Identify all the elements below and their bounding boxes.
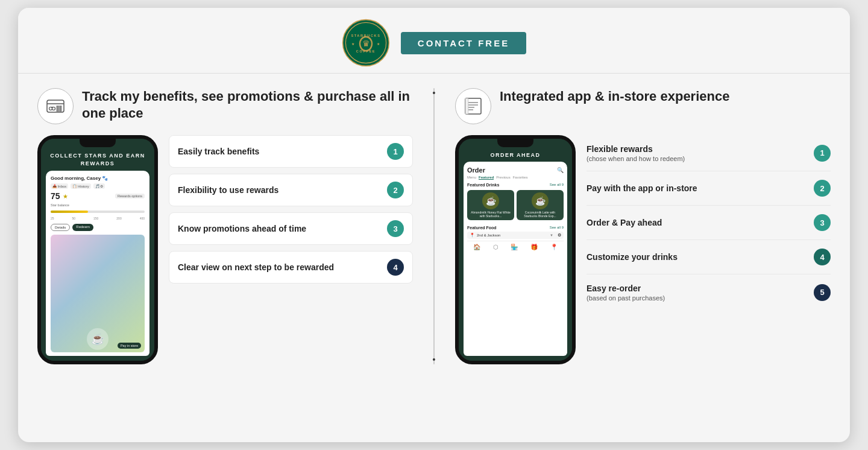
phone-search-icon: 🔍 [557,167,564,173]
right-feature-text-wrap-2: Pay with the app or in-store [587,183,697,194]
right-feature-item-3: Order & Pay ahead 3 [587,206,831,240]
right-feature-text-1: Flexible rewards [587,144,653,154]
feature-badge-1: 1 [387,143,404,160]
right-feature-text-2: Pay with the app or in-store [587,183,697,193]
contact-free-badge: CONTACT FREE [401,32,526,54]
left-section-header: Track my benefits, see promotions & purc… [37,88,413,124]
phone-btn-row: Details Redeem [51,224,145,231]
phone-btn-redeem: Redeem [72,224,93,231]
scissors-coupon-icon [45,95,66,117]
bottom-store-icon: 🏪 [511,244,518,250]
drink-name-2: Coconutmilk Latte with Starbucks Blonde … [519,211,561,218]
drink-img-2: ☕ [532,192,549,209]
right-section-header: Integrated app & in-store experience [455,88,831,124]
right-feature-text-4: Customize your drinks [587,252,678,262]
phone-btn-details: Details [51,224,70,231]
left-section-title: Track my benefits, see promotions & purc… [82,88,413,121]
feature-item-text-4: Clear view on next step to be rewarded [178,262,387,272]
feature-badge-3: 3 [387,220,404,237]
right-feature-sub-5: (based on past purchases) [587,294,665,302]
feature-badge-4: 4 [387,259,404,276]
header: STARBUCKS COFFEE ♛ ★ ★ CONTACT FREE [18,8,850,74]
left-icon-circle [37,88,74,124]
right-feature-item-1: Flexible rewards (chose when and how to … [587,135,831,171]
tab-favorites: Favorites [513,176,528,180]
right-badge-2: 2 [814,180,831,197]
svg-text:♛: ♛ [362,39,370,48]
phone-star-label: Star balance [51,203,145,207]
svg-rect-24 [465,98,468,114]
phone-location-row: 📍 2nd & Jackson ▼ ⚙ [467,232,564,239]
phone-location-text: 2nd & Jackson [477,233,500,237]
right-phone-screen: ORDER AHEAD Order 🔍 Menu Featured Previo… [459,139,572,361]
left-phone-feature-row: COLLECT STARS AND EARN REWARDS Good morn… [37,135,413,364]
right-feature-list: Flexible rewards (chose when and how to … [587,135,831,310]
phone-nav-history: 📋 History [71,183,90,189]
phone-nav-row: 📥 Inbox 📋 History 🎵 ⚙ [51,183,145,189]
phone-progress-labels: 2550150200400 [51,217,145,220]
right-feature-text-wrap-5: Easy re-order (based on past purchases) [587,283,665,302]
svg-text:★: ★ [351,42,354,46]
feature-item-1: Easily track benefits 1 [169,135,413,168]
phone-order-title-row: Order 🔍 [467,166,564,174]
phone-order-title: Order [467,166,485,174]
left-feature-list: Easily track benefits 1 Flexibility to u… [169,135,413,284]
phone-rewards-btn: Rewards options [115,194,145,198]
drinks-header-row: Featured Drinks See all 9 [467,182,564,187]
feature-item-text-2: Flexibility to use rewards [178,185,387,195]
drink-img-1: ☕ [482,192,499,209]
tab-featured: Featured [479,176,494,180]
right-badge-5: 5 [814,284,831,301]
feature-item-text-1: Easily track benefits [178,147,387,156]
drink-name-1: Almondmilk Honey Flat White with Starbuc… [470,211,512,218]
phone-star-num: 75 [51,191,60,201]
right-phone-area: ORDER AHEAD Order 🔍 Menu Featured Previo… [455,135,831,364]
phone-progress-bar [51,211,145,213]
phone-drink-icon: ☕ [87,328,108,350]
right-feature-sub-1: (chose when and how to redeem) [587,155,685,162]
right-phone-white-area: Order 🔍 Menu Featured Previous Favorites… [464,162,567,356]
right-badge-1: 1 [814,145,831,162]
svg-point-11 [49,107,52,110]
right-phone-notch [497,139,533,147]
phone-nav-inbox: 📥 Inbox [51,183,68,189]
tab-previous: Previous [496,176,510,180]
left-phone-mockup: COLLECT STARS AND EARN REWARDS Good morn… [37,135,158,364]
phone-greeting: Good morning, Casey 🐾 [51,176,145,181]
feature-badge-2: 2 [387,182,404,198]
right-feature-item-5: Easy re-order (based on past purchases) … [587,274,831,310]
newspaper-receipt-icon [462,95,484,117]
right-feature-item-2: Pay with the app or in-store 2 [587,171,831,206]
phone-star-row: 75 ★ Rewards options [51,191,145,201]
starbucks-logo-icon: STARBUCKS COFFEE ♛ ★ ★ [342,19,390,67]
right-feature-text-wrap-1: Flexible rewards (chose when and how to … [587,144,685,162]
svg-point-12 [52,107,55,110]
svg-text:★: ★ [376,42,379,46]
right-icon-circle [455,88,491,124]
right-feature-item-4: Customize your drinks 4 [587,240,831,274]
feature-item-4: Clear view on next step to be rewarded 4 [169,251,413,284]
see-all-food: See all 9 [550,226,564,229]
right-feature-text-wrap-4: Customize your drinks [587,252,678,262]
bottom-qr-icon: ⬡ [493,244,498,250]
main-content: Track my benefits, see promotions & purc… [18,74,850,374]
bottom-home-icon: 🏠 [473,244,480,250]
left-panel: Track my benefits, see promotions & purc… [37,88,427,364]
food-header-row: Featured Food See all 9 [467,224,564,230]
feature-item-2: Flexibility to use rewards 2 [169,174,413,206]
right-feature-text-wrap-3: Order & Pay ahead [587,217,662,228]
main-card: STARBUCKS COFFEE ♛ ★ ★ CONTACT FREE [18,8,850,442]
feature-item-text-3: Know promotions ahead of time [178,224,387,233]
left-phone-screen: COLLECT STARS AND EARN REWARDS Good morn… [41,139,154,361]
phone-bottom-bar: 🏠 ⬡ 🏪 🎁 📍 [467,241,564,252]
right-feature-text-3: Order & Pay ahead [587,218,662,227]
phone-colorful-area: ☕ Pay in store [51,235,145,352]
phone-order-tabs: Menu Featured Previous Favorites [467,176,564,180]
drink-card-2: ☕ Coconutmilk Latte with Starbucks Blond… [517,190,564,220]
right-phone-mockup: ORDER AHEAD Order 🔍 Menu Featured Previo… [455,135,576,364]
phone-notch [80,139,116,147]
phone-progress-fill [51,211,88,213]
bottom-gift-icon: 🎁 [530,244,538,250]
phone-star-icon: ★ [63,193,68,200]
right-badge-3: 3 [814,214,831,231]
